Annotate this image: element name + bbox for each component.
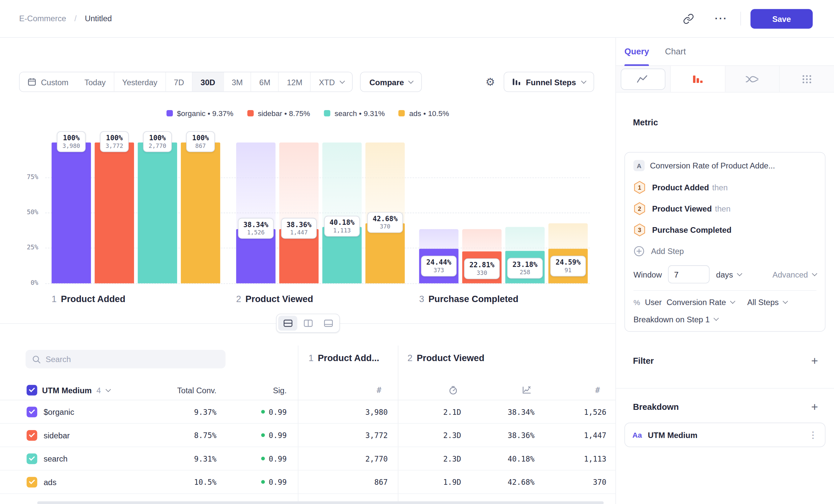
breakdown-property-label: UTM Medium xyxy=(648,430,698,439)
property-type-badge: Aa xyxy=(632,431,642,439)
conversion-metric-row: % User Conversion Rate All Steps xyxy=(634,290,817,310)
calendar-icon xyxy=(27,77,36,86)
significance-dot xyxy=(261,410,265,413)
date-range-6m[interactable]: 6M xyxy=(251,72,278,92)
chart-type-dropdown[interactable]: Funnel Steps xyxy=(504,72,594,92)
chevron-down-icon xyxy=(812,271,817,276)
step-name: Product Added xyxy=(61,294,125,304)
add-filter-button[interactable]: + xyxy=(811,355,818,367)
funnel-bar-ads[interactable] xyxy=(181,143,220,283)
table-row-ads[interactable]: ads10.5%0.998671.9D42.68%370 xyxy=(0,471,615,494)
window-unit-dropdown[interactable]: days xyxy=(716,270,742,279)
cell-step1_count: 3,772 xyxy=(365,431,388,439)
window-value-input[interactable] xyxy=(668,265,709,283)
all-steps-dropdown[interactable]: All Steps xyxy=(747,298,787,307)
row-checkbox[interactable] xyxy=(26,407,37,417)
chevron-down-icon xyxy=(714,316,719,321)
row-checkbox[interactable] xyxy=(26,454,37,464)
tab-chart[interactable]: Chart xyxy=(665,38,686,65)
cell-sig: 0.99 xyxy=(261,478,287,486)
tab-funnel-chart[interactable] xyxy=(671,66,725,92)
date-range-today[interactable]: Today xyxy=(76,72,113,92)
metric-step-3[interactable]: 3Purchase Completed xyxy=(634,219,817,240)
step-axis-label: 3Purchase Completed xyxy=(419,294,518,305)
chart-settings-button[interactable]: ⚙ xyxy=(486,72,495,92)
total-conv-header: Total Conv. xyxy=(177,386,217,395)
add-step-button[interactable]: Add Step xyxy=(634,240,817,261)
row-name: $organic xyxy=(43,407,74,416)
cell-step1_count: 3,980 xyxy=(365,408,388,416)
breadcrumb-current[interactable]: Untitled xyxy=(85,14,112,23)
date-range-12m[interactable]: 12M xyxy=(278,72,310,92)
table-row-search[interactable]: search9.31%0.992,7702.3D40.18%1,113 xyxy=(0,447,615,471)
count-icon: # xyxy=(376,385,381,395)
group-by-dropdown[interactable]: UTM Medium 4 xyxy=(26,381,110,400)
bar-count: 370 xyxy=(373,223,397,230)
row-checkbox[interactable] xyxy=(26,477,37,487)
metric-step-name: Product Added xyxy=(652,183,709,192)
search-input[interactable] xyxy=(45,354,219,363)
metric-step-2[interactable]: 2Product Viewedthen xyxy=(634,198,817,219)
breakdown-item[interactable]: Aa UTM Medium ⋮ xyxy=(624,423,826,447)
bar-value-label: 38.36%1,447 xyxy=(281,218,316,239)
horizontal-scrollbar[interactable] xyxy=(37,501,604,504)
metric-heading: Metric xyxy=(633,118,834,128)
tab-query[interactable]: Query xyxy=(624,38,649,65)
add-breakdown-button[interactable]: + xyxy=(811,401,818,413)
bar-value-label: 100%3,772 xyxy=(100,131,129,152)
layout-split-vertical-button[interactable] xyxy=(298,316,317,330)
y-axis-tick: 50% xyxy=(0,208,38,215)
tab-line-chart[interactable] xyxy=(616,66,671,92)
bar-count: 3,772 xyxy=(105,143,124,150)
tab-grid-chart[interactable] xyxy=(780,66,834,92)
significance-dot xyxy=(261,433,265,437)
cell-total_conv: 9.37% xyxy=(194,408,217,416)
breadcrumb-parent[interactable]: E-Commerce xyxy=(19,14,66,23)
counting-user-label: User xyxy=(645,298,662,307)
select-all-checkbox[interactable] xyxy=(26,385,37,395)
step-name: Purchase Completed xyxy=(428,294,518,304)
bar-count: 258 xyxy=(512,269,537,276)
date-range-yesterday[interactable]: Yesterday xyxy=(114,72,166,92)
date-range-xtd[interactable]: XTD xyxy=(310,72,353,92)
custom-date-button[interactable]: Custom xyxy=(20,72,76,92)
chevron-down-icon xyxy=(408,78,413,84)
share-link-button[interactable] xyxy=(679,9,698,28)
more-options-button[interactable]: ··· xyxy=(711,9,731,28)
metric-title-row: A Conversion Rate of Product Adde... xyxy=(634,160,817,171)
bar-percent: 23.18% xyxy=(512,260,537,268)
kebab-menu-button[interactable]: ⋮ xyxy=(809,429,817,441)
bar-value-label: 100%3,980 xyxy=(57,131,86,152)
funnel-bar-organic[interactable] xyxy=(52,143,91,283)
date-range-7d[interactable]: 7D xyxy=(165,72,192,92)
bar-percent: 100% xyxy=(62,134,81,142)
significance-dot xyxy=(261,480,265,484)
funnel-bar-search[interactable] xyxy=(138,143,177,283)
save-button[interactable]: Save xyxy=(750,8,813,28)
date-range-30d[interactable]: 30D xyxy=(192,72,223,92)
conversion-rate-dropdown[interactable]: Conversion Rate xyxy=(666,298,734,307)
panel-tabs: QueryChart xyxy=(616,38,834,66)
cell-step2_time: 1.9D xyxy=(443,478,461,486)
panel-divider xyxy=(616,388,834,389)
table-row-sidebar[interactable]: sidebar8.75%0.993,7722.3D38.36%1,447 xyxy=(0,424,615,447)
table-row-organic[interactable]: $organic9.37%0.993,9802.1D38.34%1,526 xyxy=(0,400,615,424)
cell-step2_time: 2.3D xyxy=(443,431,461,439)
date-range-3m[interactable]: 3M xyxy=(223,72,251,92)
search-box xyxy=(25,350,225,368)
row-checkbox[interactable] xyxy=(26,430,37,441)
breakdown-on-step-dropdown[interactable]: Breakdown on Step 1 xyxy=(634,310,817,328)
bar-percent: 100% xyxy=(148,134,167,142)
metric-step-1[interactable]: 1Product Addedthen xyxy=(634,177,817,198)
layout-split-horizontal-button[interactable] xyxy=(278,316,298,330)
layout-bottom-panel-button[interactable] xyxy=(319,316,338,330)
bar-count: 2,770 xyxy=(148,143,167,150)
svg-text:1: 1 xyxy=(638,184,641,191)
tab-stream-chart[interactable] xyxy=(725,66,780,92)
advanced-dropdown[interactable]: Advanced xyxy=(772,270,816,279)
compare-button[interactable]: Compare xyxy=(360,72,421,92)
bar-value-label: 100%867 xyxy=(186,131,215,152)
funnel-bar-sidebar[interactable] xyxy=(94,143,134,283)
bar-count: 330 xyxy=(469,269,494,276)
cell-total_conv: 8.75% xyxy=(194,431,217,439)
